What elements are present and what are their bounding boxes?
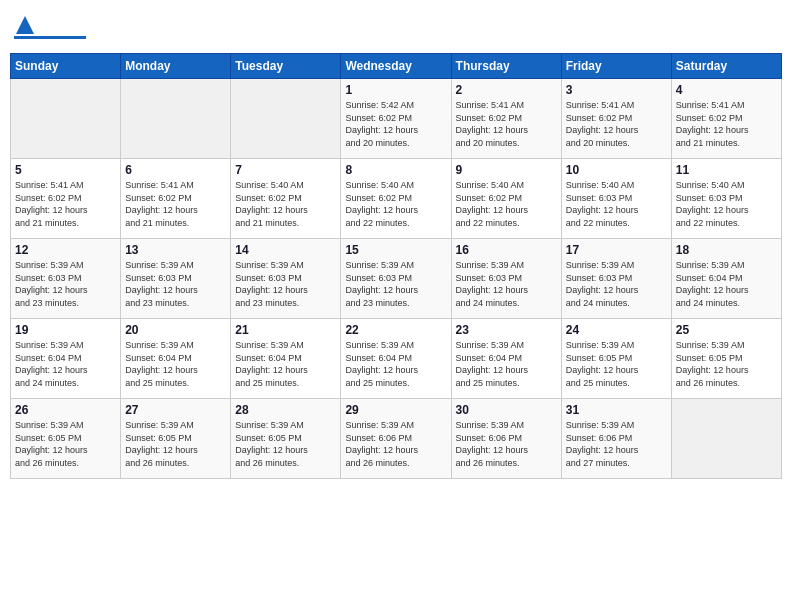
cell-info: Sunrise: 5:40 AM Sunset: 6:02 PM Dayligh…: [235, 179, 336, 229]
cell-info: Sunrise: 5:40 AM Sunset: 6:03 PM Dayligh…: [676, 179, 777, 229]
day-number: 5: [15, 163, 116, 177]
calendar-cell: 1Sunrise: 5:42 AM Sunset: 6:02 PM Daylig…: [341, 79, 451, 159]
cell-info: Sunrise: 5:39 AM Sunset: 6:04 PM Dayligh…: [15, 339, 116, 389]
calendar-cell: 22Sunrise: 5:39 AM Sunset: 6:04 PM Dayli…: [341, 319, 451, 399]
calendar-cell: 5Sunrise: 5:41 AM Sunset: 6:02 PM Daylig…: [11, 159, 121, 239]
calendar-cell: 2Sunrise: 5:41 AM Sunset: 6:02 PM Daylig…: [451, 79, 561, 159]
calendar-cell: 18Sunrise: 5:39 AM Sunset: 6:04 PM Dayli…: [671, 239, 781, 319]
day-header-wednesday: Wednesday: [341, 54, 451, 79]
calendar-table: SundayMondayTuesdayWednesdayThursdayFrid…: [10, 53, 782, 479]
day-number: 14: [235, 243, 336, 257]
cell-info: Sunrise: 5:39 AM Sunset: 6:03 PM Dayligh…: [235, 259, 336, 309]
logo-underline: [14, 36, 86, 39]
day-number: 6: [125, 163, 226, 177]
calendar-cell: 25Sunrise: 5:39 AM Sunset: 6:05 PM Dayli…: [671, 319, 781, 399]
day-number: 15: [345, 243, 446, 257]
cell-info: Sunrise: 5:41 AM Sunset: 6:02 PM Dayligh…: [15, 179, 116, 229]
day-number: 30: [456, 403, 557, 417]
cell-info: Sunrise: 5:39 AM Sunset: 6:04 PM Dayligh…: [456, 339, 557, 389]
calendar-cell: 30Sunrise: 5:39 AM Sunset: 6:06 PM Dayli…: [451, 399, 561, 479]
cell-info: Sunrise: 5:39 AM Sunset: 6:03 PM Dayligh…: [15, 259, 116, 309]
week-row-4: 19Sunrise: 5:39 AM Sunset: 6:04 PM Dayli…: [11, 319, 782, 399]
cell-info: Sunrise: 5:39 AM Sunset: 6:05 PM Dayligh…: [15, 419, 116, 469]
day-number: 8: [345, 163, 446, 177]
cell-info: Sunrise: 5:40 AM Sunset: 6:02 PM Dayligh…: [345, 179, 446, 229]
calendar-cell: 14Sunrise: 5:39 AM Sunset: 6:03 PM Dayli…: [231, 239, 341, 319]
day-number: 17: [566, 243, 667, 257]
calendar-cell: 8Sunrise: 5:40 AM Sunset: 6:02 PM Daylig…: [341, 159, 451, 239]
calendar-cell: 3Sunrise: 5:41 AM Sunset: 6:02 PM Daylig…: [561, 79, 671, 159]
week-row-1: 1Sunrise: 5:42 AM Sunset: 6:02 PM Daylig…: [11, 79, 782, 159]
calendar-cell: 19Sunrise: 5:39 AM Sunset: 6:04 PM Dayli…: [11, 319, 121, 399]
cell-info: Sunrise: 5:39 AM Sunset: 6:03 PM Dayligh…: [125, 259, 226, 309]
calendar-cell: 17Sunrise: 5:39 AM Sunset: 6:03 PM Dayli…: [561, 239, 671, 319]
calendar-cell: 13Sunrise: 5:39 AM Sunset: 6:03 PM Dayli…: [121, 239, 231, 319]
cell-info: Sunrise: 5:39 AM Sunset: 6:03 PM Dayligh…: [456, 259, 557, 309]
calendar-cell: 9Sunrise: 5:40 AM Sunset: 6:02 PM Daylig…: [451, 159, 561, 239]
day-number: 31: [566, 403, 667, 417]
calendar-cell: 15Sunrise: 5:39 AM Sunset: 6:03 PM Dayli…: [341, 239, 451, 319]
cell-info: Sunrise: 5:39 AM Sunset: 6:03 PM Dayligh…: [345, 259, 446, 309]
day-number: 1: [345, 83, 446, 97]
calendar-cell: 29Sunrise: 5:39 AM Sunset: 6:06 PM Dayli…: [341, 399, 451, 479]
calendar-cell: 31Sunrise: 5:39 AM Sunset: 6:06 PM Dayli…: [561, 399, 671, 479]
cell-info: Sunrise: 5:39 AM Sunset: 6:04 PM Dayligh…: [676, 259, 777, 309]
day-header-monday: Monday: [121, 54, 231, 79]
cell-info: Sunrise: 5:39 AM Sunset: 6:04 PM Dayligh…: [235, 339, 336, 389]
day-header-thursday: Thursday: [451, 54, 561, 79]
day-number: 4: [676, 83, 777, 97]
calendar-cell: 11Sunrise: 5:40 AM Sunset: 6:03 PM Dayli…: [671, 159, 781, 239]
day-header-friday: Friday: [561, 54, 671, 79]
calendar-cell: 6Sunrise: 5:41 AM Sunset: 6:02 PM Daylig…: [121, 159, 231, 239]
day-number: 21: [235, 323, 336, 337]
day-number: 27: [125, 403, 226, 417]
calendar-cell: 21Sunrise: 5:39 AM Sunset: 6:04 PM Dayli…: [231, 319, 341, 399]
calendar-cell: 27Sunrise: 5:39 AM Sunset: 6:05 PM Dayli…: [121, 399, 231, 479]
cell-info: Sunrise: 5:39 AM Sunset: 6:06 PM Dayligh…: [345, 419, 446, 469]
calendar-cell: [121, 79, 231, 159]
day-number: 23: [456, 323, 557, 337]
calendar-cell: 23Sunrise: 5:39 AM Sunset: 6:04 PM Dayli…: [451, 319, 561, 399]
calendar-cell: [231, 79, 341, 159]
cell-info: Sunrise: 5:41 AM Sunset: 6:02 PM Dayligh…: [125, 179, 226, 229]
day-number: 26: [15, 403, 116, 417]
day-number: 28: [235, 403, 336, 417]
day-number: 18: [676, 243, 777, 257]
week-row-5: 26Sunrise: 5:39 AM Sunset: 6:05 PM Dayli…: [11, 399, 782, 479]
day-number: 22: [345, 323, 446, 337]
cell-info: Sunrise: 5:39 AM Sunset: 6:06 PM Dayligh…: [456, 419, 557, 469]
calendar-cell: 12Sunrise: 5:39 AM Sunset: 6:03 PM Dayli…: [11, 239, 121, 319]
cell-info: Sunrise: 5:42 AM Sunset: 6:02 PM Dayligh…: [345, 99, 446, 149]
cell-info: Sunrise: 5:41 AM Sunset: 6:02 PM Dayligh…: [566, 99, 667, 149]
day-number: 12: [15, 243, 116, 257]
calendar-cell: [11, 79, 121, 159]
day-number: 2: [456, 83, 557, 97]
day-number: 29: [345, 403, 446, 417]
calendar-cell: 10Sunrise: 5:40 AM Sunset: 6:03 PM Dayli…: [561, 159, 671, 239]
cell-info: Sunrise: 5:39 AM Sunset: 6:05 PM Dayligh…: [235, 419, 336, 469]
calendar-cell: 7Sunrise: 5:40 AM Sunset: 6:02 PM Daylig…: [231, 159, 341, 239]
calendar-cell: [671, 399, 781, 479]
day-number: 10: [566, 163, 667, 177]
calendar-cell: 16Sunrise: 5:39 AM Sunset: 6:03 PM Dayli…: [451, 239, 561, 319]
days-header-row: SundayMondayTuesdayWednesdayThursdayFrid…: [11, 54, 782, 79]
cell-info: Sunrise: 5:39 AM Sunset: 6:05 PM Dayligh…: [676, 339, 777, 389]
calendar-cell: 20Sunrise: 5:39 AM Sunset: 6:04 PM Dayli…: [121, 319, 231, 399]
day-number: 13: [125, 243, 226, 257]
calendar-cell: 28Sunrise: 5:39 AM Sunset: 6:05 PM Dayli…: [231, 399, 341, 479]
day-number: 20: [125, 323, 226, 337]
day-header-sunday: Sunday: [11, 54, 121, 79]
cell-info: Sunrise: 5:40 AM Sunset: 6:02 PM Dayligh…: [456, 179, 557, 229]
day-number: 16: [456, 243, 557, 257]
day-header-tuesday: Tuesday: [231, 54, 341, 79]
logo-icon: [16, 16, 34, 34]
day-number: 9: [456, 163, 557, 177]
day-number: 25: [676, 323, 777, 337]
day-number: 3: [566, 83, 667, 97]
page-header: [10, 10, 782, 45]
day-number: 11: [676, 163, 777, 177]
logo: [14, 16, 86, 39]
cell-info: Sunrise: 5:39 AM Sunset: 6:04 PM Dayligh…: [125, 339, 226, 389]
day-number: 7: [235, 163, 336, 177]
cell-info: Sunrise: 5:41 AM Sunset: 6:02 PM Dayligh…: [676, 99, 777, 149]
